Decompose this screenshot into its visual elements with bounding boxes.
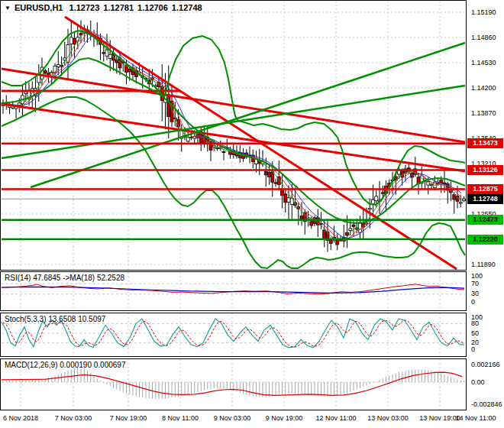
rsi-panel[interactable]: RSI(14) 47.6845 ->MA(18) 52.2528: [0, 271, 467, 311]
ohlc-high: 1.12781: [103, 3, 134, 12]
time-axis-label: 13 Nov 03:00: [361, 414, 415, 422]
chart-window: ▼EURUSD,H1 1.127231.127811.127061.12748 …: [0, 0, 504, 428]
chart-menu-icon[interactable]: ▼: [5, 5, 11, 11]
main-chart-panel[interactable]: ▼EURUSD,H1 1.127231.127811.127061.12748: [0, 0, 467, 271]
chart-title: ▼EURUSD,H1 1.127231.127811.127061.12748: [5, 3, 206, 12]
symbol-period-label: EURUSD,H1: [15, 3, 63, 12]
time-axis-label: 8 Nov 11:00: [153, 414, 207, 422]
rsi-tick-label: 70: [471, 280, 479, 288]
price-tick-label: 1.14860: [471, 34, 496, 42]
price-level-label: 1.12220: [467, 235, 503, 245]
price-axis[interactable]: 1.151901.148601.145301.142001.138701.135…: [467, 0, 504, 428]
rsi-tick-label: 0: [471, 298, 475, 306]
stoch-tick-label: 80: [471, 319, 479, 328]
time-axis-label: 9 Nov 19:00: [257, 414, 311, 422]
stoch-tick-label: 0: [471, 345, 475, 354]
price-tick-label: 1.14200: [471, 84, 496, 92]
price-tick-label: 1.15190: [471, 8, 496, 17]
macd-tick-label: 0.00: [471, 378, 485, 387]
price-level-label: 1.13473: [467, 138, 503, 148]
price-level-label: 1.12473: [467, 215, 503, 225]
stoch-tick-label: 50: [471, 329, 479, 338]
time-axis[interactable]: 6 Nov 20187 Nov 03:007 Nov 19:008 Nov 11…: [0, 411, 504, 428]
time-axis-label: 14 Nov 11:00: [449, 414, 502, 422]
price-level-label: 1.13126: [467, 165, 503, 175]
ohlc-open: 1.12723: [69, 3, 100, 12]
price-tick-label: 1.14530: [471, 59, 496, 67]
current-price-label: 1.12748: [467, 194, 503, 204]
rsi-label: RSI(14) 47.6845 ->MA(18) 52.2528: [5, 274, 124, 282]
time-axis-label: 7 Nov 03:00: [47, 414, 100, 422]
macd-tick-label: 0.002166: [471, 361, 500, 369]
time-axis-label: 9 Nov 03:00: [205, 414, 259, 422]
macd-label: MACD(12,26,9) 0.000190 0.000697: [5, 361, 125, 369]
time-axis-label: 12 Nov 11:00: [309, 414, 363, 422]
stochastic-panel[interactable]: Stoch(5,3,3) 13.6508 10.5097: [0, 313, 467, 357]
main-chart-svg[interactable]: [1, 1, 466, 270]
macd-panel[interactable]: MACD(12,26,9) 0.000190 0.000697: [0, 358, 467, 410]
price-tick-label: 1.11890: [471, 261, 496, 269]
ohlc-low: 1.12706: [137, 3, 168, 12]
price-tick-label: 1.13870: [471, 109, 496, 118]
price-level-label: 1.12875: [467, 184, 503, 194]
macd-tick-label: -0.002846: [471, 400, 502, 409]
stochastic-label: Stoch(5,3,3) 13.6508 10.5097: [5, 315, 105, 323]
time-axis-label: 7 Nov 19:00: [102, 414, 155, 422]
ohlc-close: 1.12748: [172, 3, 202, 12]
time-axis-label: 6 Nov 2018: [0, 414, 47, 422]
